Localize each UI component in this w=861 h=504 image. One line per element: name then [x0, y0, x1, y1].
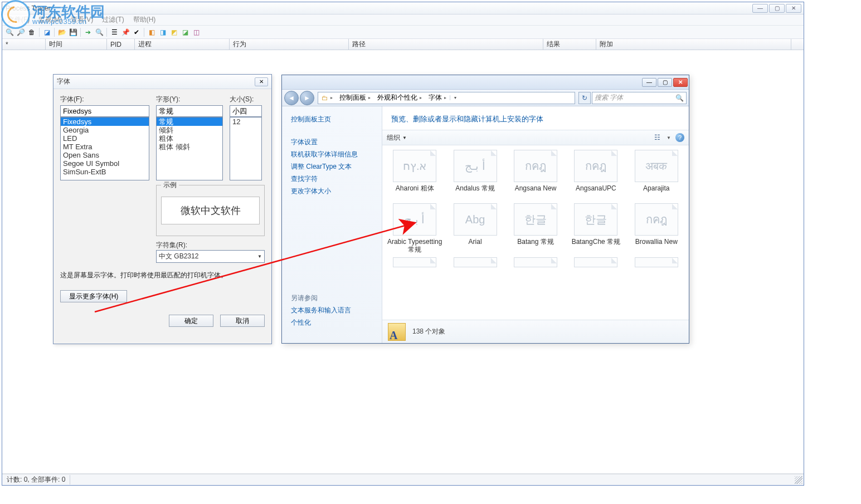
font-tile[interactable] — [386, 257, 444, 270]
close-button[interactable]: ✕ — [786, 4, 801, 13]
goto-icon[interactable]: ➔ — [83, 27, 93, 37]
more-fonts-button[interactable]: 显示更多字体(H) — [60, 290, 127, 302]
font-tile[interactable]: กคฎAngsana New — [507, 150, 565, 200]
explorer-minimize-button[interactable]: — — [642, 78, 656, 87]
organize-button[interactable]: 组织 ▼ — [387, 133, 407, 143]
zoom-out-icon[interactable]: 🔎 — [16, 27, 26, 37]
size-list[interactable]: 12 — [230, 117, 262, 180]
see-also-1[interactable]: 个性化 — [291, 318, 382, 327]
font-dialog-close-icon[interactable]: ✕ — [255, 77, 268, 86]
help-icon[interactable]: ? — [675, 133, 684, 142]
breadcrumb-1[interactable]: 外观和个性化 — [377, 93, 417, 102]
menu-filter[interactable]: 过滤(T) — [98, 14, 128, 26]
filter-icon[interactable]: ◪ — [42, 27, 52, 37]
opt1-icon[interactable]: ◧ — [147, 27, 157, 37]
menu-view[interactable]: 查看(V) — [66, 14, 98, 26]
refresh-icon[interactable]: ↻ — [578, 92, 591, 104]
column-header[interactable]: 结果 — [543, 39, 596, 50]
column-header[interactable]: 时间 — [46, 39, 107, 50]
charset-combo[interactable]: 中文 GB2312 ▼ — [156, 250, 265, 263]
menu-monitor[interactable]: 监视(M) — [34, 14, 66, 26]
font-tile[interactable]: AbgArial — [446, 203, 504, 254]
minimize-button[interactable]: — — [752, 4, 768, 13]
opt3-icon[interactable]: ◩ — [169, 27, 179, 37]
find-icon[interactable]: 🔍 — [94, 27, 104, 37]
list-item[interactable]: 粗体 倾斜 — [157, 143, 222, 151]
list-item[interactable]: 12 — [230, 118, 261, 126]
column-header[interactable]: 进程 — [135, 39, 230, 50]
list-item[interactable]: 常规 — [157, 118, 222, 126]
font-tile[interactable] — [627, 257, 685, 270]
font-tile-label: Andalus 常规 — [446, 184, 504, 200]
maximize-button[interactable]: ▢ — [769, 4, 785, 13]
list-icon[interactable]: ☰ — [109, 27, 119, 37]
column-header[interactable]: * — [2, 39, 46, 50]
view-icon[interactable]: ☷ — [652, 133, 662, 143]
font-tile[interactable] — [446, 257, 504, 270]
see-also-0[interactable]: 文本服务和输入语言 — [291, 306, 382, 315]
font-tile[interactable]: א.ץחAharoni 粗体 — [386, 150, 444, 200]
column-header[interactable]: PID — [107, 39, 135, 50]
zoom-in-icon[interactable]: 🔍 — [4, 27, 14, 37]
font-input[interactable] — [60, 105, 149, 117]
sidebar-link-3[interactable]: 查找字符 — [291, 174, 382, 184]
nav-forward-icon[interactable]: ► — [300, 91, 314, 105]
chevron-down-icon[interactable]: ▼ — [667, 135, 671, 140]
style-list[interactable]: 常规倾斜粗体粗体 倾斜 — [156, 117, 223, 180]
font-tile[interactable] — [567, 257, 625, 270]
breadcrumb-0[interactable]: 控制面板 — [339, 93, 366, 102]
cancel-button[interactable]: 取消 — [220, 315, 265, 327]
font-tile[interactable]: กคฎAngsanaUPC — [567, 150, 625, 200]
address-bar[interactable]: 🗀▸ 控制面板▸ 外观和个性化▸ 字体▸ ▾ — [318, 92, 575, 104]
chevron-right-icon: ▸ — [368, 95, 371, 100]
list-item[interactable]: SimSun-ExtB — [61, 168, 149, 176]
trash-icon[interactable]: 🗑 — [27, 27, 37, 37]
list-item[interactable]: 倾斜 — [157, 126, 222, 134]
column-header[interactable]: 路径 — [349, 39, 543, 50]
list-item[interactable]: Fixedsys — [61, 118, 149, 126]
font-tile[interactable]: 한글Batang 常规 — [507, 203, 565, 254]
check-icon[interactable]: ✔ — [132, 27, 142, 37]
list-item[interactable]: MT Extra — [61, 143, 149, 151]
menu-help[interactable]: 帮助(H) — [129, 14, 160, 26]
font-list[interactable]: FixedsysGeorgiaLEDMT ExtraOpen SansSegoe… — [60, 117, 149, 180]
menu-file[interactable]: 文件(F) — [3, 14, 34, 26]
sidebar-home[interactable]: 控制面板主页 — [291, 115, 382, 124]
style-input[interactable] — [156, 105, 223, 117]
explorer-titlebar[interactable]: — ▢ ✕ — [282, 75, 689, 90]
column-header[interactable]: 附加 — [596, 39, 791, 50]
main-titlebar[interactable]: Process Tracer — ▢ ✕ — [2, 2, 804, 14]
size-input[interactable] — [230, 105, 262, 117]
font-tile[interactable]: 한글BatangChe 常规 — [567, 203, 625, 254]
list-item[interactable]: 粗体 — [157, 134, 222, 143]
font-tile[interactable]: أ بـجArabic Typesetting 常规 — [386, 203, 444, 254]
breadcrumb-2[interactable]: 字体 — [429, 93, 442, 102]
list-item[interactable]: Segoe UI Symbol — [61, 159, 149, 168]
sidebar-link-1[interactable]: 联机获取字体详细信息 — [291, 150, 382, 159]
ok-button[interactable]: 确定 — [169, 315, 213, 327]
font-dialog-titlebar[interactable]: 字体 ✕ — [53, 75, 271, 89]
save-icon[interactable]: 💾 — [68, 27, 78, 37]
resize-grip[interactable] — [795, 476, 802, 484]
opt4-icon[interactable]: ◪ — [180, 27, 190, 37]
font-tile[interactable]: अबकAparajita — [627, 150, 685, 200]
font-tile[interactable]: กคฎBrowallia New — [627, 203, 685, 254]
search-input[interactable]: 搜索 字体 🔍 — [592, 92, 687, 104]
address-dropdown-icon[interactable]: ▾ — [450, 95, 460, 100]
sidebar-link-4[interactable]: 更改字体大小 — [291, 187, 382, 196]
opt5-icon[interactable]: ◫ — [191, 27, 201, 37]
nav-back-icon[interactable]: ◄ — [284, 91, 299, 105]
pin-icon[interactable]: 📌 — [120, 27, 130, 37]
sidebar-link-0[interactable]: 字体设置 — [291, 138, 382, 147]
sidebar-link-2[interactable]: 调整 ClearType 文本 — [291, 162, 382, 172]
list-item[interactable]: Georgia — [61, 126, 149, 134]
explorer-maximize-button[interactable]: ▢ — [658, 78, 672, 87]
explorer-close-button[interactable]: ✕ — [673, 78, 688, 87]
list-item[interactable]: Open Sans — [61, 151, 149, 159]
open-icon[interactable]: 📂 — [57, 27, 67, 37]
font-tile[interactable]: أ بـجAndalus 常规 — [446, 150, 504, 200]
column-header[interactable]: 行为 — [230, 39, 349, 50]
list-item[interactable]: LED — [61, 134, 149, 143]
font-tile[interactable] — [507, 257, 565, 270]
opt2-icon[interactable]: ◨ — [158, 27, 168, 37]
